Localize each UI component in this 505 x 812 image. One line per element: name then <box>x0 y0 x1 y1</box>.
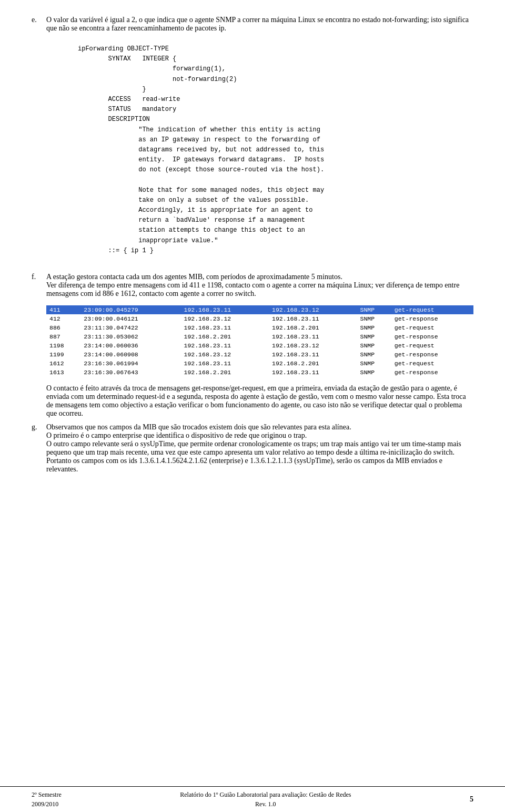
section-g-text3: O outro campo relevante será o sysUpTime… <box>46 440 473 457</box>
section-g-text1: Observamos que nos campos da MIB que são… <box>46 423 473 431</box>
section-e-code: ipForwarding OBJECT-TYPE SYNTAX INTEGER … <box>46 39 473 261</box>
packet-table: 41123:09:00.045279192.168.23.11192.168.2… <box>46 305 473 377</box>
table-row: 161223:16:30.061994192.168.23.11192.168.… <box>46 359 473 368</box>
footer-page: 5 <box>470 795 473 804</box>
footer-left: 2º Semestre 2009/2010 <box>32 790 62 809</box>
section-g-text2: O primeiro é o campo enterprise que iden… <box>46 431 473 440</box>
section-e-body: O valor da variável é igual a 2, o que i… <box>46 16 473 268</box>
section-f-body: A estação gestora contacta cada um dos a… <box>46 273 473 418</box>
footer: 2º Semestre 2009/2010 Relatório do 1º Gu… <box>0 786 505 812</box>
footer-center: Relatório do 1º Guião Laboratorial para … <box>180 790 351 809</box>
section-f-text2: Ver diferença de tempo entre mensagens c… <box>46 281 473 298</box>
section-f-text1: A estação gestora contacta cada um dos a… <box>46 273 473 281</box>
section-e-label: e. <box>32 16 46 268</box>
footer-semester: 2º Semestre <box>32 790 62 799</box>
section-g: g. Observamos que nos campos da MIB que … <box>32 423 473 474</box>
footer-rev: Rev. 1.0 <box>180 799 351 809</box>
footer-year: 2009/2010 <box>32 799 62 809</box>
table-row: 119823:14:00.060036192.168.23.11192.168.… <box>46 341 473 350</box>
section-g-body: Observamos que nos campos da MIB que são… <box>46 423 473 474</box>
section-g-label: g. <box>32 423 46 474</box>
table-row: 41223:09:00.046121192.168.23.12192.168.2… <box>46 314 473 323</box>
main-content: e. O valor da variável é igual a 2, o qu… <box>32 16 473 510</box>
table-row: 41123:09:00.045279192.168.23.11192.168.2… <box>46 305 473 314</box>
section-e-intro: O valor da variável é igual a 2, o que i… <box>46 16 473 33</box>
table-row: 88623:11:30.047422192.168.23.11192.168.2… <box>46 323 473 332</box>
section-g-text4: Portanto os campos com os ids 1.3.6.1.4.… <box>46 457 473 474</box>
table-row: 88723:11:30.053062192.168.2.201192.168.2… <box>46 332 473 341</box>
table-row: 119923:14:00.060908192.168.23.12192.168.… <box>46 350 473 359</box>
table-row: 161323:16:30.067643192.168.2.201192.168.… <box>46 368 473 377</box>
footer-title: Relatório do 1º Guião Laboratorial para … <box>180 790 351 799</box>
section-f: f. A estação gestora contacta cada um do… <box>32 273 473 418</box>
section-e: e. O valor da variável é igual a 2, o qu… <box>32 16 473 268</box>
section-f-label: f. <box>32 273 46 418</box>
section-f-text3: O contacto é feito através da troca de m… <box>46 384 473 418</box>
